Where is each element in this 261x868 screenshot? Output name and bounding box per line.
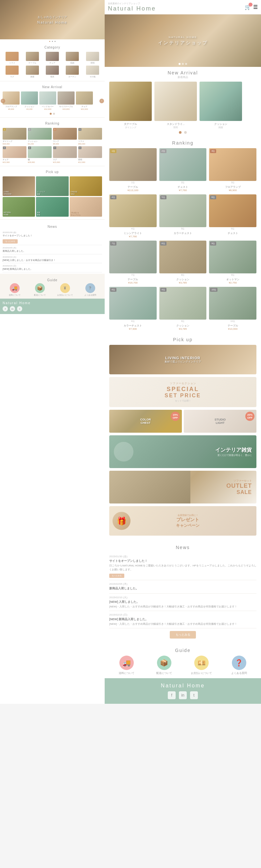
new-arrival-next[interactable]: › (100, 99, 104, 103)
product-price: ¥2,750 (209, 281, 256, 284)
guide-item-delivery-right[interactable]: 📦 配送について (147, 656, 182, 675)
instagram-icon-right[interactable]: in (179, 691, 187, 699)
cat-bed[interactable]: 寝具 (43, 66, 62, 79)
hero-dot-3[interactable]: ● (54, 40, 55, 42)
pickup-right-title: Pick up (109, 337, 256, 342)
list-item[interactable]: 8位 8位 カラーチェスト ¥7,900 (109, 287, 157, 331)
cart-icon-wrap[interactable]: 🛒 (245, 4, 251, 10)
list-item[interactable]: 1位 1位 テーブル ¥113,100 (109, 148, 157, 192)
special-set-title: SPECIAL (114, 386, 252, 393)
facebook-icon[interactable]: f (3, 306, 8, 311)
facebook-icon-right[interactable]: f (168, 691, 176, 699)
instagram-icon[interactable]: in (10, 306, 15, 311)
list-item[interactable]: 5位 5位 カラーチェスト (159, 194, 207, 238)
zakka-banner[interactable]: インテリア雑貨 置くだけで部屋が明るく、豊かに (109, 435, 256, 468)
list-item[interactable]: 4位 4位 ミシンアライト ¥7,760 (109, 194, 157, 238)
list-item[interactable]: 8位 8位 クッション ¥3,785 (159, 241, 207, 284)
list-item[interactable]: 9位 9位 オットマン ¥2,750 (209, 241, 256, 284)
na-dot-2[interactable] (184, 131, 187, 134)
list-item[interactable]: NATURALHOME (3, 197, 35, 217)
footer-left-logo: Natural Home (3, 301, 102, 305)
list-item[interactable]: 1ダイニング¥38,000 (3, 128, 27, 145)
cat-zakka[interactable]: 雑貨 (23, 66, 41, 79)
menu-icon[interactable]: ☰ (253, 4, 258, 10)
rank-badge: 4位 (110, 195, 116, 199)
list-item[interactable]: クッション¥3,200 (21, 91, 38, 110)
list-item[interactable]: 3ランプ¥8,900 (53, 128, 77, 145)
guide-item-faq[interactable]: ? よくある質問 (78, 283, 102, 297)
guide-item-shipping-right[interactable]: 🚚 送料について (109, 656, 144, 675)
studio-light-banner[interactable]: STUDIOLIGHT 20%OFF (184, 410, 256, 433)
hero-dot-r3[interactable] (185, 63, 187, 65)
present-icon: 🎁 (113, 512, 130, 530)
present-banner[interactable]: 🎁 会員登録でお得に！ プレゼント キャンペーン (109, 506, 256, 536)
guide-item-faq-right[interactable]: ❓ よくある質問 (222, 656, 257, 675)
guide-item-delivery[interactable]: 📦 配送について (28, 283, 52, 297)
cat-interior[interactable]: その他 (83, 66, 102, 79)
list-item[interactable]: ベッドカバー¥12,000 (39, 91, 56, 110)
guide-item-shipping[interactable]: 🚚 送料について (3, 283, 27, 297)
product-image (109, 148, 157, 181)
list-item[interactable]: 7位 7位 テーブル ¥16,700 (109, 241, 157, 284)
guide-item-payment-right[interactable]: 💴 お支払いについて (184, 656, 219, 675)
guide-right-title: Guide (109, 648, 256, 653)
cat-curtain[interactable]: カーテン (63, 66, 82, 79)
news-more-btn-1[interactable]: もっとみる (109, 574, 124, 578)
list-item[interactable]: CHEESESALE (70, 176, 102, 196)
list-item[interactable]: 大テーブル ダイニング (109, 82, 152, 129)
hero-dots (179, 63, 187, 65)
hero-dot-r1[interactable] (179, 63, 181, 65)
list-item[interactable]: 6位 6位 チェスト (209, 194, 256, 238)
list-item[interactable]: 10位 10位 テーブル ¥13,000 (209, 287, 256, 331)
list-item[interactable]: 7ラグ¥15,000 (53, 146, 77, 163)
list-item[interactable]: スタンドライ... 照明 (154, 82, 197, 129)
guide-item-payment[interactable]: ¥ お支払いについて (53, 283, 77, 297)
cart-count (249, 3, 253, 6)
new-arrival-prev[interactable]: ‹ (1, 99, 5, 103)
living-interior-banner[interactable]: LIVING INTERIOR 素材で選ぶリビングインテリア (109, 345, 256, 374)
list-item[interactable]: インテリア雑貨 (36, 176, 68, 196)
news-more-button[interactable]: もっとみる (3, 239, 18, 244)
list-item: 2015/02/15 (日) [NEW] 新商品入荷しました。 [NEW]・入荷… (109, 611, 256, 628)
list-item[interactable]: サイドテーブル¥15,800 (58, 91, 75, 110)
na-dot-1[interactable] (179, 131, 182, 134)
cat-table[interactable]: テーブル (23, 52, 41, 65)
list-item[interactable]: チェア¥22,000 (76, 91, 93, 110)
list-item[interactable]: LIVINGINTERIOR (3, 176, 35, 196)
list-item[interactable]: 2クッション¥3,200 (28, 128, 52, 145)
list-item[interactable]: プレゼントキャンペーン (70, 197, 102, 217)
category-title: Category (0, 43, 105, 51)
list-item[interactable]: 6棚¥28,000 (28, 146, 52, 163)
cat-rug[interactable]: ラグ (3, 66, 22, 79)
present-text: 会員登録でお得に！ プレゼント キャンペーン (176, 514, 199, 528)
news-more-button[interactable]: もっとみる (170, 631, 196, 639)
hero-dot-2[interactable]: ● (52, 40, 53, 42)
list-item[interactable]: 5チェア¥22,000 (3, 146, 27, 163)
cat-light[interactable]: 照明 (83, 52, 102, 65)
cat-shelf[interactable]: 収納 (63, 52, 82, 65)
new-arrival-left-title: New Arrival (0, 83, 105, 90)
color-chest-banner[interactable]: COLORCHEST 15%OFF (109, 410, 182, 433)
list-item[interactable]: 9位 9位 クッション ¥3,785 (159, 287, 207, 331)
outlet-banner[interactable]: ソファーセット OUTLET SALE (109, 471, 256, 503)
hero-dot-1[interactable]: ● (49, 40, 50, 42)
list-item[interactable]: 3位 3位 フロアランプ ¥8,900 (209, 148, 256, 192)
rank-badge: 6位 (210, 195, 216, 199)
twitter-icon[interactable]: t (17, 306, 22, 311)
guide-grid-left: 🚚 送料について 📦 配送について ¥ お支払いについて ? よくある質問 (3, 283, 102, 297)
cat-sofa[interactable]: ソファ (3, 52, 22, 65)
list-item[interactable]: 雑貨特集 (36, 197, 68, 217)
twitter-icon-right[interactable]: t (190, 691, 198, 699)
list-item[interactable]: クッション 雑貨 (199, 82, 242, 129)
list-item[interactable]: 8照明¥12,000 (78, 146, 102, 163)
new-arrival-product-row: 大テーブル ダイニング スタンドライ... 照明 クッション 雑貨 (109, 82, 256, 129)
list-item[interactable]: 4ソファ¥89,000 (78, 128, 102, 145)
product-name: オットマン (209, 278, 256, 281)
product-image (109, 287, 157, 319)
cat-chair[interactable]: チェア (43, 52, 62, 65)
product-image (199, 82, 242, 121)
ranking-grid-left: 1ダイニング¥38,000 2クッション¥3,200 3ランプ¥8,900 4ソ… (0, 127, 105, 164)
list-item[interactable]: 2位 2位 チェスト ¥7,760 (159, 148, 207, 192)
hero-dot-r2[interactable] (182, 63, 184, 65)
special-set-price-banner[interactable]: ソファーセクション SPECIAL SET PRICE セットでお得！ (109, 377, 256, 407)
